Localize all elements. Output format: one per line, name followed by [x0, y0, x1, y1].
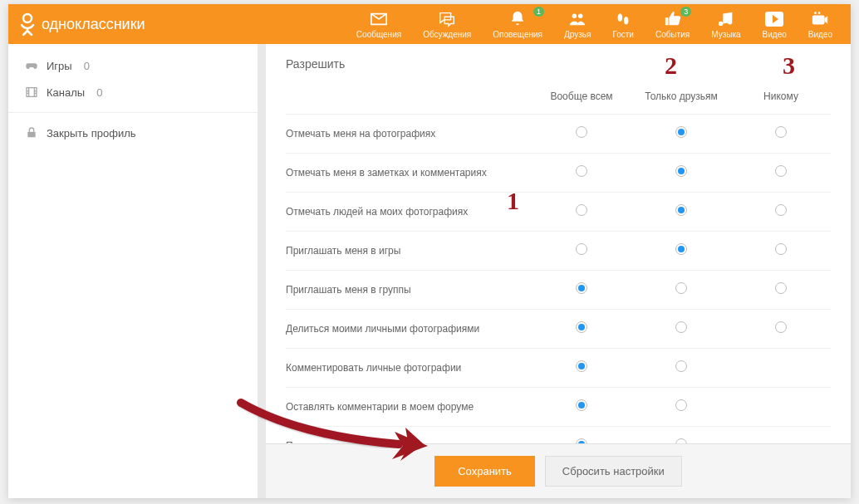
radio-option[interactable]: [775, 204, 787, 216]
settings-table: Вообще всем Только друзьям Никому Отмеча…: [286, 82, 831, 498]
radio-option[interactable]: [576, 360, 587, 372]
nav-notifications[interactable]: 1 Оповещения: [484, 8, 551, 41]
svg-point-0: [23, 14, 32, 22]
nav-guests[interactable]: Гости: [604, 8, 641, 41]
radio-option[interactable]: [675, 204, 687, 216]
row-label: Оставлять комментарии в моем форуме: [286, 401, 532, 413]
table-header: Вообще всем Только друзьям Никому: [286, 82, 831, 115]
row-label: Делиться моими личными фотографиями: [286, 323, 532, 335]
row-label: Отмечать людей на моих фотографиях: [286, 206, 532, 218]
radio-option[interactable]: [675, 243, 687, 255]
nav-video[interactable]: Видео: [754, 8, 795, 41]
ok-logo-icon: [18, 12, 37, 36]
column-header-nobody: Никому: [731, 91, 831, 102]
radio-option[interactable]: [775, 165, 787, 177]
radio-option[interactable]: [675, 321, 687, 333]
radio-option[interactable]: [675, 282, 687, 294]
svg-point-6: [815, 12, 817, 14]
nav-music[interactable]: Музыка: [703, 8, 749, 41]
envelope-icon: [370, 10, 388, 28]
radio-option[interactable]: [675, 126, 687, 138]
app-window: одноклассники Сообщения Обсуждения 1 Опо…: [8, 4, 851, 498]
music-icon: [717, 10, 735, 28]
notifications-badge: 1: [533, 7, 544, 17]
table-row: Оставлять комментарии в моем форуме: [286, 388, 831, 427]
radio-option[interactable]: [576, 126, 587, 138]
table-row: Отмечать меня на фотографиях: [286, 115, 831, 154]
thumbs-up-icon: [664, 10, 682, 28]
chat-icon: [438, 10, 456, 28]
row-label: Отмечать меня на фотографиях: [286, 128, 532, 139]
nav-discussions[interactable]: Обсуждения: [415, 8, 479, 41]
table-row: Комментировать личные фотографии: [286, 349, 831, 388]
table-row: Отмечать меня в заметках и комментариях: [286, 154, 831, 193]
svg-rect-8: [27, 88, 37, 97]
sidebar-item-label: Закрыть профиль: [47, 127, 136, 139]
radio-option[interactable]: [775, 243, 787, 255]
sidebar-item-channels[interactable]: Каналы 0: [8, 79, 258, 105]
logo[interactable]: одноклассники: [18, 12, 145, 36]
radio-option[interactable]: [576, 399, 587, 411]
svg-rect-9: [27, 132, 35, 138]
main-content: Разрешить Вообще всем Только друзьям Ник…: [266, 44, 851, 498]
svg-point-3: [618, 13, 623, 21]
gamepad-icon: [25, 59, 38, 72]
sidebar-item-close-profile[interactable]: Закрыть профиль: [8, 112, 258, 146]
row-label: Комментировать личные фотографии: [286, 362, 532, 374]
film-icon: [25, 86, 38, 99]
nav-events[interactable]: 3 События: [647, 8, 698, 41]
sidebar-item-games[interactable]: Игры 0: [8, 52, 258, 79]
sidebar-count: 0: [84, 60, 90, 72]
row-label: Приглашать меня в игры: [286, 245, 532, 257]
row-label: Приглашать меня в группы: [286, 284, 532, 296]
radio-option[interactable]: [576, 321, 587, 333]
reset-button[interactable]: Сбросить настройки: [545, 456, 682, 487]
radio-option[interactable]: [576, 282, 587, 294]
video-icon: [765, 10, 783, 28]
table-row: Приглашать меня в группы: [286, 271, 831, 310]
topbar: одноклассники Сообщения Обсуждения 1 Опо…: [8, 4, 851, 44]
sidebar-item-label: Игры: [47, 60, 72, 72]
svg-point-4: [624, 17, 629, 24]
radio-option[interactable]: [675, 360, 687, 372]
svg-point-7: [818, 12, 821, 14]
table-row: Отмечать людей на моих фотографиях: [286, 193, 831, 232]
table-row: Делиться моими личными фотографиями: [286, 310, 831, 349]
camera-icon: [811, 10, 829, 28]
sidebar-count: 0: [96, 86, 102, 99]
table-row: Приглашать меня в игры: [286, 232, 831, 271]
events-badge: 3: [680, 7, 691, 17]
radio-option[interactable]: [576, 243, 587, 255]
sidebar: Игры 0 Каналы 0 Закрыть профиль: [8, 44, 258, 498]
footprints-icon: [614, 10, 632, 28]
nav-items: Сообщения Обсуждения 1 Оповещения Друзья…: [348, 8, 841, 41]
radio-option[interactable]: [675, 165, 687, 177]
radio-option[interactable]: [576, 165, 587, 177]
row-label: Отмечать меня в заметках и комментариях: [286, 167, 532, 179]
nav-messages[interactable]: Сообщения: [348, 8, 410, 41]
svg-rect-5: [812, 15, 825, 24]
radio-option[interactable]: [675, 399, 687, 411]
radio-option[interactable]: [576, 204, 587, 216]
bell-icon: [508, 10, 527, 28]
column-header-friends: Только друзьям: [631, 91, 731, 102]
save-button[interactable]: Сохранить: [434, 456, 535, 487]
radio-option[interactable]: [775, 321, 787, 333]
sidebar-item-label: Каналы: [47, 86, 85, 99]
radio-option[interactable]: [775, 126, 787, 138]
lock-icon: [25, 126, 38, 139]
friends-icon: [568, 10, 587, 28]
radio-option[interactable]: [775, 282, 787, 294]
button-bar: Сохранить Сбросить настройки: [266, 443, 851, 498]
logo-text: одноклассники: [42, 16, 145, 33]
section-title: Разрешить: [286, 57, 831, 71]
body-area: Игры 0 Каналы 0 Закрыть профиль Разрешит…: [8, 44, 851, 498]
svg-point-1: [572, 13, 577, 17]
nav-friends[interactable]: Друзья: [556, 8, 599, 41]
svg-point-2: [578, 13, 583, 17]
column-header-all: Вообще всем: [532, 91, 631, 102]
nav-camera[interactable]: Видео: [800, 8, 841, 41]
